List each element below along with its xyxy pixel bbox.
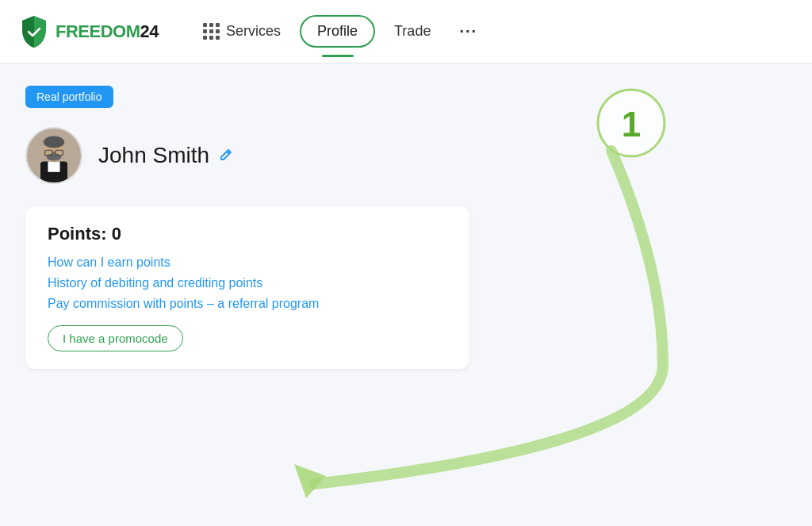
- svg-rect-2: [48, 162, 59, 172]
- edit-icon[interactable]: [217, 148, 233, 163]
- nav-more[interactable]: ···: [450, 16, 487, 47]
- logo[interactable]: FREEDOM24: [19, 14, 159, 49]
- svg-marker-11: [294, 464, 326, 498]
- more-label: ···: [459, 22, 477, 40]
- nav-profile[interactable]: Profile: [300, 15, 375, 48]
- logo-shield-icon: [19, 14, 49, 49]
- logo-text: FREEDOM24: [56, 21, 159, 42]
- user-name-area: John Smith: [98, 143, 233, 168]
- profile-label: Profile: [317, 23, 358, 40]
- nav-trade[interactable]: Trade: [381, 17, 443, 46]
- earn-points-link[interactable]: How can I earn points: [48, 255, 447, 270]
- promocode-button[interactable]: I have a promocode: [48, 325, 183, 351]
- avatar-image: [27, 127, 81, 184]
- svg-point-4: [44, 136, 64, 148]
- real-portfolio-badge: Real portfolio: [25, 86, 113, 108]
- app-header: FREEDOM24 Services Profile Trade ···: [0, 0, 812, 63]
- user-name: John Smith: [98, 143, 209, 168]
- history-link[interactable]: History of debiting and crediting points: [48, 276, 447, 290]
- user-profile-row: John Smith: [25, 127, 787, 184]
- points-title: Points: 0: [48, 224, 447, 244]
- referral-link[interactable]: Pay commission with points – a referral …: [48, 297, 447, 311]
- avatar: [25, 127, 82, 184]
- main-nav: Services Profile Trade ···: [190, 15, 793, 48]
- svg-point-5: [47, 153, 62, 160]
- main-content: Real portfolio John: [0, 63, 812, 526]
- nav-services[interactable]: Services: [190, 17, 293, 46]
- trade-label: Trade: [394, 23, 431, 39]
- services-label: Services: [226, 23, 281, 40]
- grid-icon: [203, 23, 220, 40]
- points-card: Points: 0 How can I earn points History …: [25, 206, 469, 369]
